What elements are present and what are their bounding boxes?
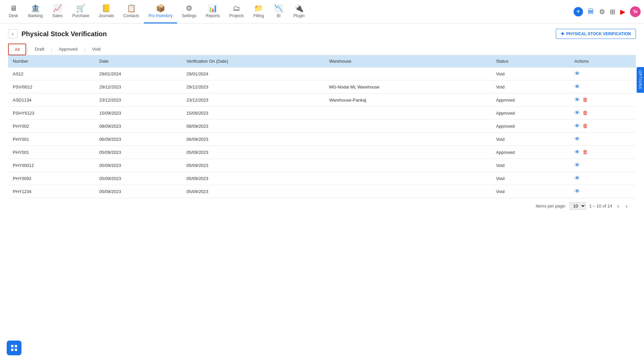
sales-icon: 📈: [53, 4, 62, 13]
add-button[interactable]: +: [574, 7, 583, 16]
gear-icon[interactable]: ⚙: [599, 8, 605, 16]
nav-pro-inventory[interactable]: 📦 Pro Inventory: [144, 0, 177, 23]
data-table: Number Date Verification On (Date) Wareh…: [8, 55, 636, 198]
banking-icon: 🏦: [31, 4, 40, 13]
grid-icon[interactable]: ⊞: [610, 8, 615, 16]
nav-contacts-label: Contacts: [123, 13, 139, 18]
cell-date: 29/12/2023: [95, 80, 182, 94]
view-icon[interactable]: 👁: [575, 136, 580, 142]
page-header-left: ‹ Physical Stock Verification: [8, 29, 107, 39]
cell-verification-date: 05/09/2023: [182, 172, 324, 185]
nav-banking[interactable]: 🏦 Banking: [23, 0, 47, 23]
delete-icon[interactable]: 🗑: [583, 149, 588, 155]
cell-verification-date: 05/09/2023: [182, 146, 324, 159]
pagination-next[interactable]: ›: [624, 202, 629, 210]
cell-status: Approved: [491, 107, 570, 120]
nav-desk[interactable]: 🖥 Desk: [3, 0, 23, 23]
cell-date: 15/09/2023: [95, 107, 182, 120]
cell-date: 29/01/2024: [95, 67, 182, 80]
cell-status: Void: [491, 133, 570, 146]
nav-journals-label: Journals: [99, 13, 114, 18]
table-row: PHY00012 05/09/2023 05/09/2023 Void 👁: [8, 159, 636, 172]
page-header: ‹ Physical Stock Verification ✚ PHYSICAL…: [8, 29, 636, 39]
items-per-page-select[interactable]: 5102550: [570, 202, 586, 210]
cell-verification-date: 23/12/2023: [182, 94, 324, 107]
back-button[interactable]: ‹: [8, 29, 17, 39]
cell-actions: 👁: [570, 80, 636, 94]
nav-purchase[interactable]: 🛒 Purchase: [67, 0, 94, 23]
data-table-wrapper: Number Date Verification On (Date) Wareh…: [8, 55, 636, 198]
col-status: Status: [491, 55, 570, 67]
user-avatar[interactable]: Te: [630, 6, 641, 17]
nav-projects[interactable]: 🗂 Projects: [225, 0, 249, 23]
cell-number: PHY1234: [8, 185, 95, 198]
bank-icon[interactable]: 🏛: [588, 8, 594, 15]
tab-all[interactable]: All: [8, 44, 26, 55]
cell-verification-date: 06/09/2023: [182, 133, 324, 146]
view-icon[interactable]: 👁: [575, 84, 580, 90]
table-row: PHY1234 05/09/2023 05/09/2023 Void 👁: [8, 185, 636, 198]
tabs: All | Draft | Approved | Void: [8, 44, 636, 55]
cell-actions: 👁: [570, 159, 636, 172]
nav-settings-label: Settings: [182, 13, 196, 18]
delete-icon[interactable]: 🗑: [583, 110, 588, 116]
view-icon[interactable]: 👁: [575, 175, 580, 181]
cell-warehouse: Warehouse-Pankaj: [324, 94, 491, 107]
cell-verification-date: 15/09/2023: [182, 107, 324, 120]
cell-number: PHY002: [8, 120, 95, 133]
delete-icon[interactable]: 🗑: [583, 123, 588, 129]
cell-number: AS12: [8, 67, 95, 80]
cell-number: PSHY6123: [8, 107, 95, 120]
table-row: PSHY6123 15/09/2023 15/09/2023 Approved …: [8, 107, 636, 120]
cell-number: PHY001: [8, 133, 95, 146]
cell-warehouse: [324, 172, 491, 185]
view-icon[interactable]: 👁: [575, 110, 580, 116]
view-icon[interactable]: 👁: [575, 149, 580, 155]
nav-contacts[interactable]: 📋 Contacts: [118, 0, 144, 23]
journals-icon: 📒: [102, 4, 111, 13]
cell-warehouse: [324, 159, 491, 172]
reports-icon: 📊: [208, 4, 217, 13]
cell-status: Approved: [491, 120, 570, 133]
filling-icon: 📁: [254, 4, 263, 13]
view-icon[interactable]: 👁: [575, 162, 580, 168]
tab-void[interactable]: Void: [86, 44, 106, 55]
nav-journals[interactable]: 📒 Journals: [94, 0, 118, 23]
nav-sales[interactable]: 📈 Sales: [47, 0, 67, 23]
view-icon[interactable]: 👁: [575, 71, 580, 77]
nav-sales-label: Sales: [52, 13, 62, 18]
nav-plugin[interactable]: 🔌 Plugin: [289, 0, 309, 23]
nav-filling[interactable]: 📁 Filling: [249, 0, 269, 23]
cell-warehouse: MG-Nodai ML Warehouse: [324, 80, 491, 94]
purchase-icon: 🛒: [76, 4, 85, 13]
nav-filling-label: Filling: [253, 13, 264, 18]
cell-status: Void: [491, 159, 570, 172]
delete-icon[interactable]: 🗑: [583, 97, 588, 103]
table-row: ASD1134 23/12/2023 23/12/2023 Warehouse-…: [8, 94, 636, 107]
youtube-icon[interactable]: ▶: [620, 8, 625, 16]
cell-warehouse: [324, 120, 491, 133]
options-tab[interactable]: OPTIONS: [637, 67, 644, 93]
view-icon[interactable]: 👁: [575, 123, 580, 129]
cell-number: PSV/0012: [8, 80, 95, 94]
view-icon[interactable]: 👁: [575, 188, 580, 194]
cell-warehouse: [324, 133, 491, 146]
view-icon[interactable]: 👁: [575, 97, 580, 103]
tab-approved[interactable]: Approved: [53, 44, 84, 55]
cell-status: Void: [491, 67, 570, 80]
nav-reports[interactable]: 📊 Reports: [201, 0, 225, 23]
plugin-icon: 🔌: [294, 4, 304, 13]
cell-date: 06/09/2023: [95, 133, 182, 146]
cell-actions: 👁 🗑: [570, 120, 636, 133]
physical-stock-verification-button[interactable]: ✚ PHYSICAL STOCK VERIFICATION: [556, 29, 636, 39]
pagination-prev[interactable]: ‹: [615, 202, 621, 210]
table-row: PHY001 05/09/2023 05/09/2023 Approved 👁 …: [8, 146, 636, 159]
col-number: Number: [8, 55, 95, 67]
nav-bi[interactable]: 📉 BI: [269, 0, 289, 23]
nav-pro-inventory-label: Pro Inventory: [149, 13, 172, 18]
tab-draft[interactable]: Draft: [29, 44, 50, 55]
cell-date: 05/09/2023: [95, 159, 182, 172]
pro-inventory-icon: 📦: [156, 4, 165, 13]
cell-number: PHY001: [8, 146, 95, 159]
nav-settings[interactable]: ⚙ Settings: [177, 0, 201, 23]
